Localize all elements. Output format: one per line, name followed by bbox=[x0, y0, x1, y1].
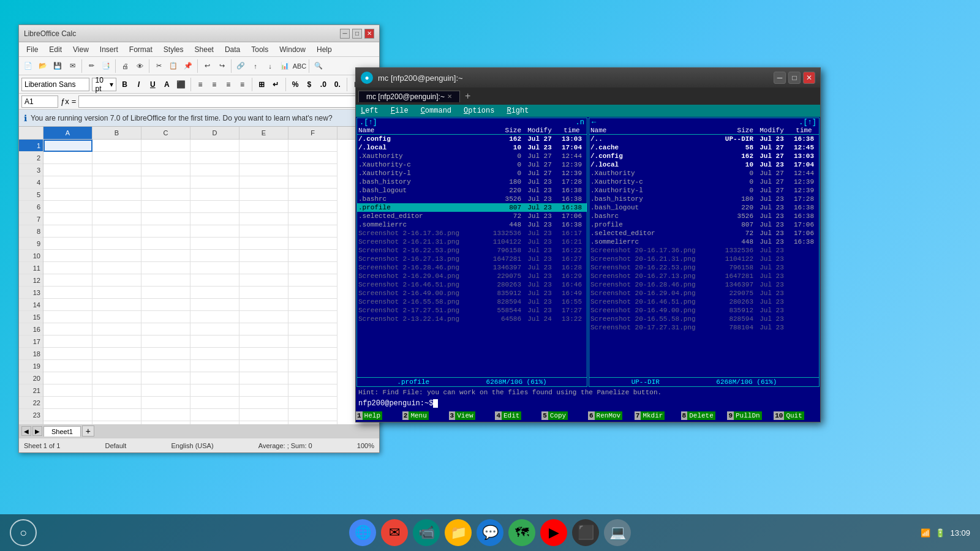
mc-left-file-row[interactable]: .Xauthority-c0Jul 2712:39 bbox=[357, 160, 587, 169]
cell-c12[interactable] bbox=[141, 274, 190, 287]
cell-a3[interactable] bbox=[43, 164, 92, 176]
cell-f18[interactable] bbox=[288, 348, 337, 360]
mc-right-file-row[interactable]: Screenshot 20-17.27.31.png788104Jul 23 bbox=[589, 323, 819, 332]
cell-a21[interactable] bbox=[43, 384, 92, 397]
cell-a22[interactable] bbox=[43, 397, 92, 409]
mc-fkey-1[interactable]: 1Help bbox=[356, 410, 402, 422]
email-btn[interactable]: ✉ bbox=[66, 59, 79, 73]
cell-b16[interactable] bbox=[92, 323, 141, 335]
cell-e22[interactable] bbox=[239, 397, 288, 409]
cell-b1[interactable] bbox=[92, 140, 141, 152]
paste-btn[interactable]: 📌 bbox=[181, 59, 195, 73]
cell-c19[interactable] bbox=[141, 360, 190, 372]
mc-left-file-row[interactable]: Screenshot 2-17.27.51.png558544Jul 2317:… bbox=[357, 306, 587, 315]
cell-b13[interactable] bbox=[92, 287, 141, 299]
currency-btn[interactable]: $ bbox=[303, 78, 315, 91]
number-format-btn[interactable]: % bbox=[290, 78, 301, 91]
cell-a16[interactable] bbox=[43, 323, 92, 335]
cell-d11[interactable] bbox=[190, 262, 239, 274]
mc-right-file-row[interactable]: .Xauthority-l0Jul 2712:39 bbox=[589, 186, 819, 195]
col-header-e[interactable]: E bbox=[239, 127, 288, 139]
cell-e23[interactable] bbox=[239, 409, 288, 421]
mc-fkey-3[interactable]: 3View bbox=[449, 410, 496, 422]
mc-fkey-8[interactable]: 8Delete bbox=[681, 410, 728, 422]
tab-scroll-right-btn[interactable]: ▶ bbox=[32, 426, 42, 436]
cell-a8[interactable] bbox=[43, 225, 92, 238]
mc-left-file-row[interactable]: .bashrc3526Jul 2316:38 bbox=[357, 195, 587, 203]
mc-right-file-row[interactable]: Screenshot 20-16.27.13.png1647281Jul 23 bbox=[589, 272, 819, 280]
mc-right-file-row[interactable]: /..UP--DIRJul 2316:38 bbox=[589, 135, 819, 143]
cell-e3[interactable] bbox=[239, 164, 288, 176]
cell-f10[interactable] bbox=[288, 250, 337, 262]
decrease-decimal-btn[interactable]: 0. bbox=[331, 78, 343, 91]
cell-d1[interactable] bbox=[190, 140, 239, 152]
cell-e7[interactable] bbox=[239, 213, 288, 225]
cell-e2[interactable] bbox=[239, 152, 288, 164]
cell-f16[interactable] bbox=[288, 323, 337, 335]
mc-left-file-row[interactable]: .bash_logout220Jul 2316:38 bbox=[357, 186, 587, 195]
menu-help[interactable]: Help bbox=[312, 44, 337, 55]
mc-left-file-row[interactable]: Screenshot 2-13.22.14.png64586Jul 2413:2… bbox=[357, 315, 587, 323]
mc-right-file-row[interactable]: Screenshot 20-16.17.36.png1332536Jul 23 bbox=[589, 246, 819, 255]
cell-f3[interactable] bbox=[288, 164, 337, 176]
cell-e6[interactable] bbox=[239, 201, 288, 213]
cell-c20[interactable] bbox=[141, 372, 190, 384]
taskbar-icon-terminal[interactable]: ⬛ bbox=[572, 519, 599, 546]
cell-d12[interactable] bbox=[190, 274, 239, 287]
mc-left-file-row[interactable]: .selected_editor72Jul 2317:06 bbox=[357, 212, 587, 220]
mc-fkey-9[interactable]: 9PullDn bbox=[727, 410, 774, 422]
col-header-d[interactable]: D bbox=[190, 127, 239, 139]
cell-b18[interactable] bbox=[92, 348, 141, 360]
cell-b20[interactable] bbox=[92, 372, 141, 384]
mc-right-file-row[interactable]: /.cache58Jul 2712:45 bbox=[589, 143, 819, 152]
cell-d18[interactable] bbox=[190, 348, 239, 360]
highlight-btn[interactable]: ⬛ bbox=[175, 78, 187, 91]
menu-view[interactable]: View bbox=[68, 44, 94, 55]
chart-btn[interactable]: 📊 bbox=[278, 59, 292, 73]
cell-e9[interactable] bbox=[239, 238, 288, 250]
cell-b17[interactable] bbox=[92, 335, 141, 348]
col-header-f[interactable]: F bbox=[288, 127, 337, 139]
cell-d23[interactable] bbox=[190, 409, 239, 421]
wrap-text-btn[interactable]: ↵ bbox=[270, 78, 282, 91]
increase-decimal-btn[interactable]: .0 bbox=[317, 78, 329, 91]
cell-d9[interactable] bbox=[190, 238, 239, 250]
cell-f5[interactable] bbox=[288, 189, 337, 201]
col-header-c[interactable]: C bbox=[141, 127, 190, 139]
cell-c18[interactable] bbox=[141, 348, 190, 360]
mc-right-file-row[interactable]: /.config162Jul 2713:03 bbox=[589, 152, 819, 160]
mc-fkey-2[interactable]: 2Menu bbox=[402, 410, 449, 422]
cell-c3[interactable] bbox=[141, 164, 190, 176]
font-color-btn[interactable]: A bbox=[161, 78, 173, 91]
underline-btn[interactable]: U bbox=[147, 78, 159, 91]
cell-c2[interactable] bbox=[141, 152, 190, 164]
mc-new-tab-btn[interactable]: + bbox=[462, 91, 473, 102]
formula-input[interactable] bbox=[78, 96, 377, 108]
cell-e18[interactable] bbox=[239, 348, 288, 360]
cell-e20[interactable] bbox=[239, 372, 288, 384]
lo-close-btn[interactable]: ✕ bbox=[364, 29, 374, 39]
cell-a1[interactable] bbox=[43, 140, 92, 152]
font-size-box[interactable]: 10 pt ▾ bbox=[92, 78, 116, 91]
cell-f2[interactable] bbox=[288, 152, 337, 164]
lo-minimize-btn[interactable]: ─ bbox=[340, 29, 350, 39]
cell-c15[interactable] bbox=[141, 311, 190, 323]
taskbar-icon-gmail[interactable]: ✉ bbox=[381, 519, 408, 546]
cell-e8[interactable] bbox=[239, 225, 288, 238]
mc-restore-btn[interactable]: □ bbox=[788, 72, 801, 84]
cell-b23[interactable] bbox=[92, 409, 141, 421]
taskbar-icon-chat[interactable]: 💬 bbox=[477, 519, 503, 546]
mc-right-file-row[interactable]: .bashrc3526Jul 2316:38 bbox=[589, 212, 819, 220]
taskbar-icon-maps[interactable]: 🗺 bbox=[508, 519, 535, 546]
cell-a23[interactable] bbox=[43, 409, 92, 421]
hyperlink-btn[interactable]: 🔗 bbox=[234, 59, 247, 73]
mc-left-file-row[interactable]: .profile807Jul 2316:38 bbox=[357, 203, 587, 212]
sort-asc-btn[interactable]: ↑ bbox=[249, 59, 262, 73]
cell-d4[interactable] bbox=[190, 176, 239, 189]
sheet1-tab[interactable]: Sheet1 bbox=[43, 426, 81, 437]
cell-d6[interactable] bbox=[190, 201, 239, 213]
tab-scroll-left-btn[interactable]: ◀ bbox=[21, 426, 31, 436]
cell-a4[interactable] bbox=[43, 176, 92, 189]
edit-mode-btn[interactable]: ✏ bbox=[85, 59, 98, 73]
cell-e12[interactable] bbox=[239, 274, 288, 287]
